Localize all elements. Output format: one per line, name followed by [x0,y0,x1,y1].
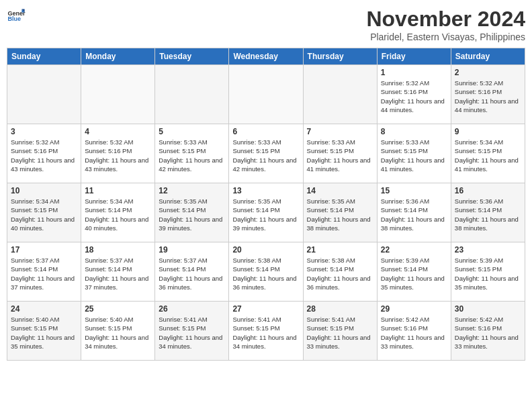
calendar-cell: 5Sunrise: 5:33 AM Sunset: 5:15 PM Daylig… [155,124,229,183]
week-row-3: 10Sunrise: 5:34 AM Sunset: 5:15 PM Dayli… [7,183,525,242]
day-info: Sunrise: 5:35 AM Sunset: 5:14 PM Dayligh… [307,197,373,232]
day-number: 7 [307,127,373,136]
day-number: 12 [159,186,225,195]
day-number: 27 [232,304,299,314]
day-info: Sunrise: 5:41 AM Sunset: 5:15 PM Dayligh… [232,315,299,351]
calendar-cell: 11Sunrise: 5:34 AM Sunset: 5:14 PM Dayli… [81,183,155,242]
day-info: Sunrise: 5:40 AM Sunset: 5:15 PM Dayligh… [85,315,151,351]
logo-icon: General Blue [7,7,26,26]
day-info: Sunrise: 5:32 AM Sunset: 5:16 PM Dayligh… [455,79,521,114]
weekday-header-wednesday: Wednesday [229,48,303,65]
day-number: 20 [232,245,299,255]
day-number: 22 [381,245,447,255]
location-subtitle: Plaridel, Eastern Visayas, Philippines [366,32,525,42]
day-info: Sunrise: 5:33 AM Sunset: 5:15 PM Dayligh… [307,138,373,173]
week-row-4: 17Sunrise: 5:37 AM Sunset: 5:14 PM Dayli… [7,242,525,302]
calendar-cell: 15Sunrise: 5:36 AM Sunset: 5:14 PM Dayli… [377,183,451,242]
day-number: 26 [159,304,225,314]
calendar-cell: 2Sunrise: 5:32 AM Sunset: 5:16 PM Daylig… [451,65,525,124]
calendar-cell [7,65,81,124]
day-number: 2 [455,68,521,77]
day-info: Sunrise: 5:37 AM Sunset: 5:14 PM Dayligh… [159,256,225,291]
day-number: 25 [85,304,151,314]
day-info: Sunrise: 5:42 AM Sunset: 5:16 PM Dayligh… [381,315,447,351]
day-number: 15 [381,186,447,195]
day-number: 3 [11,127,77,136]
calendar-cell: 7Sunrise: 5:33 AM Sunset: 5:15 PM Daylig… [303,124,377,183]
day-info: Sunrise: 5:32 AM Sunset: 5:16 PM Dayligh… [11,138,77,173]
day-number: 28 [307,304,373,314]
day-info: Sunrise: 5:38 AM Sunset: 5:14 PM Dayligh… [307,256,373,291]
calendar-cell: 18Sunrise: 5:37 AM Sunset: 5:14 PM Dayli… [81,242,155,302]
weekday-header-thursday: Thursday [303,48,377,65]
calendar-cell: 29Sunrise: 5:42 AM Sunset: 5:16 PM Dayli… [377,302,451,361]
day-info: Sunrise: 5:42 AM Sunset: 5:16 PM Dayligh… [455,315,521,351]
day-number: 29 [381,304,447,314]
day-number: 21 [307,245,373,255]
day-info: Sunrise: 5:36 AM Sunset: 5:14 PM Dayligh… [381,197,447,232]
page-header: General Blue November 2024 Plaridel, Eas… [7,7,525,42]
day-number: 14 [307,186,373,195]
calendar-cell: 9Sunrise: 5:34 AM Sunset: 5:15 PM Daylig… [451,124,525,183]
day-info: Sunrise: 5:37 AM Sunset: 5:14 PM Dayligh… [85,256,151,291]
day-info: Sunrise: 5:34 AM Sunset: 5:14 PM Dayligh… [85,197,151,232]
weekday-header-friday: Friday [377,48,451,65]
day-info: Sunrise: 5:39 AM Sunset: 5:14 PM Dayligh… [381,256,447,291]
day-number: 5 [159,127,225,136]
day-info: Sunrise: 5:39 AM Sunset: 5:15 PM Dayligh… [455,256,521,291]
svg-text:Blue: Blue [7,15,21,22]
calendar-cell: 30Sunrise: 5:42 AM Sunset: 5:16 PM Dayli… [451,302,525,361]
calendar-cell: 17Sunrise: 5:37 AM Sunset: 5:14 PM Dayli… [7,242,81,302]
day-info: Sunrise: 5:38 AM Sunset: 5:14 PM Dayligh… [232,256,299,291]
day-info: Sunrise: 5:32 AM Sunset: 5:16 PM Dayligh… [381,79,447,114]
weekday-header-row: SundayMondayTuesdayWednesdayThursdayFrid… [7,48,525,65]
calendar-cell: 23Sunrise: 5:39 AM Sunset: 5:15 PM Dayli… [451,242,525,302]
calendar-cell: 20Sunrise: 5:38 AM Sunset: 5:14 PM Dayli… [229,242,303,302]
calendar-cell: 1Sunrise: 5:32 AM Sunset: 5:16 PM Daylig… [377,65,451,124]
day-info: Sunrise: 5:33 AM Sunset: 5:15 PM Dayligh… [381,138,447,173]
day-number: 16 [455,186,521,195]
day-number: 11 [85,186,151,195]
calendar-cell: 19Sunrise: 5:37 AM Sunset: 5:14 PM Dayli… [155,242,229,302]
calendar-cell: 21Sunrise: 5:38 AM Sunset: 5:14 PM Dayli… [303,242,377,302]
calendar-cell [155,65,229,124]
day-number: 13 [232,186,299,195]
day-info: Sunrise: 5:33 AM Sunset: 5:15 PM Dayligh… [159,138,225,173]
calendar-cell: 27Sunrise: 5:41 AM Sunset: 5:15 PM Dayli… [229,302,303,361]
day-info: Sunrise: 5:36 AM Sunset: 5:14 PM Dayligh… [455,197,521,232]
day-number: 19 [159,245,225,255]
day-info: Sunrise: 5:41 AM Sunset: 5:15 PM Dayligh… [307,315,373,351]
calendar-cell [229,65,303,124]
day-number: 10 [11,186,77,195]
logo: General Blue [7,7,26,26]
day-info: Sunrise: 5:35 AM Sunset: 5:14 PM Dayligh… [232,197,299,232]
weekday-header-saturday: Saturday [451,48,525,65]
day-info: Sunrise: 5:33 AM Sunset: 5:15 PM Dayligh… [232,138,299,173]
day-number: 4 [85,127,151,136]
calendar-cell [303,65,377,124]
day-number: 24 [11,304,77,314]
day-info: Sunrise: 5:34 AM Sunset: 5:15 PM Dayligh… [11,197,77,232]
day-number: 17 [11,245,77,255]
weekday-header-monday: Monday [81,48,155,65]
calendar-cell: 10Sunrise: 5:34 AM Sunset: 5:15 PM Dayli… [7,183,81,242]
month-title: November 2024 [366,7,525,32]
title-block: November 2024 Plaridel, Eastern Visayas,… [366,7,525,42]
day-info: Sunrise: 5:34 AM Sunset: 5:15 PM Dayligh… [455,138,521,173]
day-number: 9 [455,127,521,136]
week-row-2: 3Sunrise: 5:32 AM Sunset: 5:16 PM Daylig… [7,124,525,183]
week-row-5: 24Sunrise: 5:40 AM Sunset: 5:15 PM Dayli… [7,302,525,361]
calendar-cell [81,65,155,124]
calendar-cell: 24Sunrise: 5:40 AM Sunset: 5:15 PM Dayli… [7,302,81,361]
day-info: Sunrise: 5:35 AM Sunset: 5:14 PM Dayligh… [159,197,225,232]
calendar-cell: 16Sunrise: 5:36 AM Sunset: 5:14 PM Dayli… [451,183,525,242]
calendar-cell: 26Sunrise: 5:41 AM Sunset: 5:15 PM Dayli… [155,302,229,361]
day-info: Sunrise: 5:41 AM Sunset: 5:15 PM Dayligh… [159,315,225,351]
day-number: 6 [232,127,299,136]
day-number: 30 [455,304,521,314]
week-row-1: 1Sunrise: 5:32 AM Sunset: 5:16 PM Daylig… [7,65,525,124]
weekday-header-sunday: Sunday [7,48,81,65]
calendar-cell: 3Sunrise: 5:32 AM Sunset: 5:16 PM Daylig… [7,124,81,183]
calendar-cell: 22Sunrise: 5:39 AM Sunset: 5:14 PM Dayli… [377,242,451,302]
calendar-cell: 14Sunrise: 5:35 AM Sunset: 5:14 PM Dayli… [303,183,377,242]
